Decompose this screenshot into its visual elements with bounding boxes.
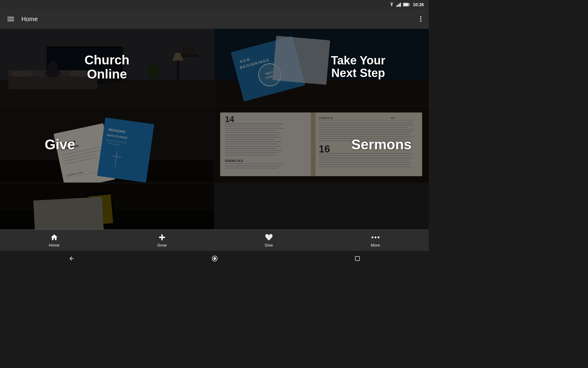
status-bar: 10:26	[0, 0, 429, 9]
app-bar: Home	[0, 9, 429, 29]
svg-rect-1	[398, 5, 398, 7]
sermons-tile[interactable]: 14 ISAIAH 14:2	[215, 106, 429, 182]
hamburger-menu-button[interactable]	[5, 14, 17, 24]
partial-tile[interactable]	[0, 183, 214, 229]
give-tile[interactable]: TITHES & OFFERINGS GENERAL FUND MISSIONS…	[0, 106, 214, 182]
home-nav-icon	[50, 233, 58, 242]
nav-grow[interactable]: Grow	[151, 231, 173, 250]
church-online-label: ChurchOnline	[85, 53, 130, 81]
bottom-navigation: Home Grow Give	[0, 229, 429, 251]
recents-button[interactable]	[355, 256, 360, 261]
nav-home[interactable]: Home	[43, 231, 66, 250]
svg-rect-0	[396, 6, 397, 7]
grow-nav-icon	[158, 233, 166, 242]
status-icons: 10:26	[389, 2, 424, 7]
more-nav-icon	[371, 233, 380, 242]
svg-rect-3	[400, 3, 401, 7]
system-home-button[interactable]	[212, 255, 218, 262]
back-button[interactable]	[69, 255, 75, 262]
system-nav-bar	[0, 251, 429, 266]
svg-rect-6	[404, 4, 408, 6]
wifi-icon	[389, 2, 394, 7]
give-label: Give	[45, 137, 75, 152]
battery-icon	[403, 3, 410, 6]
nav-more-label: More	[371, 243, 380, 247]
svg-point-116	[375, 236, 376, 238]
svg-rect-2	[399, 4, 400, 7]
next-step-tile[interactable]: NEW BEGINNINGS NEXT STEP Take YourNext S…	[215, 29, 429, 105]
give-nav-icon	[265, 233, 273, 242]
svg-point-119	[213, 257, 216, 260]
svg-rect-113	[159, 237, 165, 238]
church-online-tile[interactable]: ChurchOnline	[0, 29, 214, 105]
svg-point-115	[371, 236, 373, 238]
next-step-label: Take YourNext Step	[300, 54, 416, 80]
nav-grow-label: Grow	[157, 243, 167, 247]
time-display: 10:26	[413, 2, 424, 7]
nav-give-label: Give	[265, 243, 273, 247]
sermons-label: Sermons	[351, 137, 412, 152]
svg-point-117	[378, 236, 379, 238]
page-title: Home	[21, 16, 418, 23]
content-grid: ChurchOnline NEW BEGINNINGS NEXT STEP	[0, 29, 429, 229]
nav-give[interactable]: Give	[258, 231, 279, 250]
overflow-menu-button[interactable]	[418, 14, 424, 24]
svg-rect-5	[409, 4, 410, 5]
svg-rect-120	[356, 256, 360, 261]
nav-more[interactable]: More	[365, 231, 386, 250]
nav-home-label: Home	[49, 243, 60, 247]
signal-icon	[396, 2, 401, 7]
